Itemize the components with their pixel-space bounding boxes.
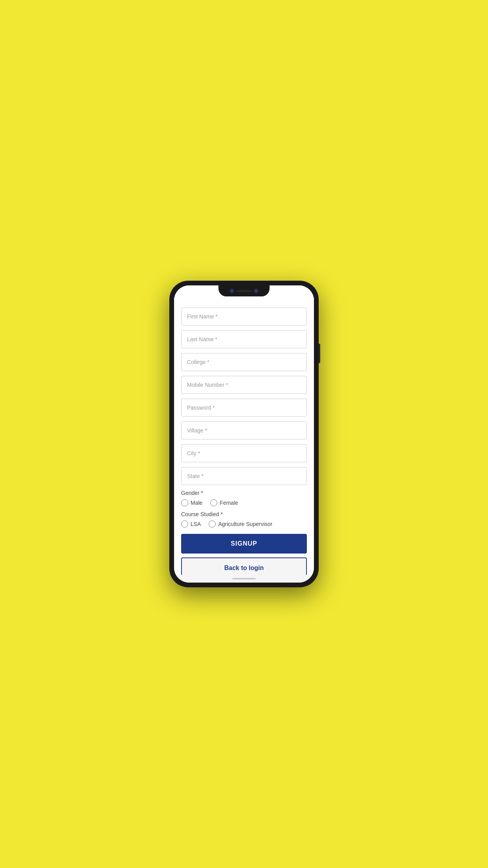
gender-female-label: Female — [220, 500, 238, 506]
signup-button[interactable]: SIGNUP — [181, 534, 307, 554]
village-field — [181, 421, 307, 440]
notch — [218, 285, 270, 296]
course-agri-label: Agriculture Supervisor — [218, 521, 272, 527]
phone-device: Gender * Male Female Course Studied * — [169, 281, 319, 587]
course-agri-option[interactable]: Agriculture Supervisor — [209, 520, 272, 528]
course-lsa-label: LSA — [191, 521, 201, 527]
state-field — [181, 467, 307, 485]
notch-bar — [174, 285, 314, 300]
course-radio-group: LSA Agriculture Supervisor — [181, 520, 307, 528]
gender-female-option[interactable]: Female — [210, 499, 238, 506]
password-field — [181, 399, 307, 417]
first-name-field — [181, 307, 307, 326]
college-input[interactable] — [181, 353, 307, 371]
bottom-bar — [174, 575, 314, 583]
city-input[interactable] — [181, 444, 307, 462]
course-section: Course Studied * LSA Agriculture Supervi… — [181, 511, 307, 528]
course-lsa-radio[interactable] — [181, 520, 188, 528]
city-field — [181, 444, 307, 462]
mobile-input[interactable] — [181, 376, 307, 394]
gender-radio-group: Male Female — [181, 499, 307, 506]
gender-male-radio[interactable] — [181, 499, 188, 506]
mobile-field — [181, 376, 307, 394]
last-name-field — [181, 330, 307, 348]
gender-female-radio[interactable] — [210, 499, 217, 506]
camera2-icon — [254, 289, 258, 293]
course-agri-radio[interactable] — [209, 520, 216, 528]
home-indicator — [232, 578, 256, 579]
village-input[interactable] — [181, 421, 307, 440]
gender-male-option[interactable]: Male — [181, 499, 202, 506]
gender-male-label: Male — [191, 500, 202, 506]
course-label: Course Studied * — [181, 511, 307, 517]
back-to-login-button[interactable]: Back to login — [181, 557, 307, 575]
phone-screen: Gender * Male Female Course Studied * — [174, 285, 314, 583]
gender-section: Gender * Male Female — [181, 490, 307, 506]
camera-icon — [230, 289, 234, 293]
gender-label: Gender * — [181, 490, 307, 496]
state-input[interactable] — [181, 467, 307, 485]
speaker — [237, 290, 251, 292]
last-name-input[interactable] — [181, 330, 307, 348]
first-name-input[interactable] — [181, 307, 307, 326]
college-field — [181, 353, 307, 371]
password-input[interactable] — [181, 399, 307, 417]
scroll-area[interactable]: Gender * Male Female Course Studied * — [174, 300, 314, 575]
course-lsa-option[interactable]: LSA — [181, 520, 201, 528]
